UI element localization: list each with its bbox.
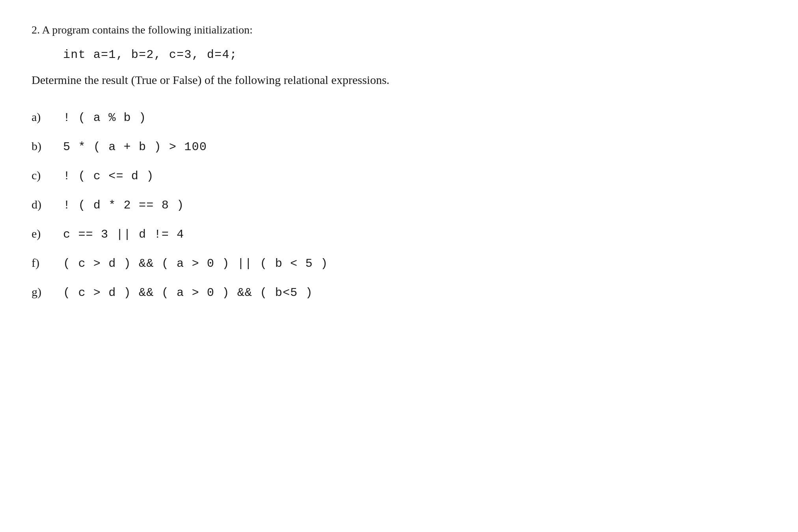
expression-label: f) bbox=[32, 256, 63, 270]
question-container: 2. A program contains the following init… bbox=[32, 24, 766, 299]
code-block: int a=1, b=2, c=3, d=4; bbox=[63, 48, 766, 61]
expression-item: b)5 * ( a + b ) > 100 bbox=[32, 140, 766, 154]
expression-item: e)c == 3 || d != 4 bbox=[32, 227, 766, 241]
expression-label: e) bbox=[32, 227, 63, 240]
expression-item: f)( c > d ) && ( a > 0 ) || ( b < 5 ) bbox=[32, 256, 766, 270]
expression-code: c == 3 || d != 4 bbox=[63, 228, 184, 241]
expression-item: c)! ( c <= d ) bbox=[32, 169, 766, 183]
expression-code: ! ( a % b ) bbox=[63, 111, 146, 125]
expression-item: g)( c > d ) && ( a > 0 ) && ( b<5 ) bbox=[32, 285, 766, 299]
question-heading: 2. A program contains the following init… bbox=[32, 24, 766, 36]
expression-code: 5 * ( a + b ) > 100 bbox=[63, 140, 207, 154]
expressions-list: a)! ( a % b )b)5 * ( a + b ) > 100c)! ( … bbox=[32, 110, 766, 299]
expression-code: ! ( c <= d ) bbox=[63, 169, 154, 183]
expression-item: a)! ( a % b ) bbox=[32, 110, 766, 125]
expression-label: c) bbox=[32, 169, 63, 182]
expression-item: d)! ( d * 2 == 8 ) bbox=[32, 198, 766, 212]
instruction-text: Determine the result (True or False) of … bbox=[32, 73, 766, 87]
expression-label: a) bbox=[32, 110, 63, 124]
expression-label: d) bbox=[32, 198, 63, 211]
expression-code: ( c > d ) && ( a > 0 ) || ( b < 5 ) bbox=[63, 257, 328, 270]
expression-code: ! ( d * 2 == 8 ) bbox=[63, 199, 184, 212]
expression-label: b) bbox=[32, 140, 63, 153]
expression-label: g) bbox=[32, 285, 63, 299]
code-text: int a=1, b=2, c=3, d=4; bbox=[63, 48, 237, 61]
expression-code: ( c > d ) && ( a > 0 ) && ( b<5 ) bbox=[63, 286, 313, 299]
